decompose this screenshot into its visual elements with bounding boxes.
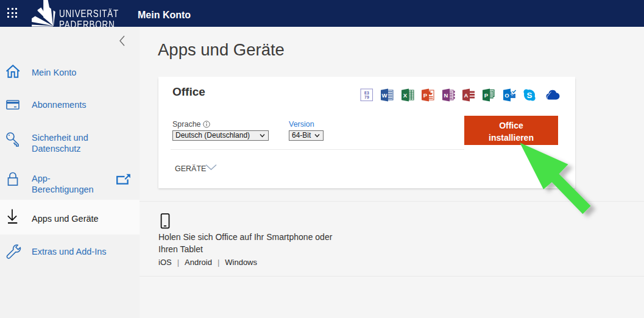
svg-text:W: W bbox=[382, 92, 387, 99]
svg-text:A: A bbox=[464, 92, 469, 99]
svg-text:P: P bbox=[484, 92, 489, 99]
svg-text:P: P bbox=[423, 92, 428, 99]
svg-text:O: O bbox=[504, 92, 509, 99]
svg-text:S: S bbox=[527, 91, 533, 100]
svg-text:E3: E3 bbox=[364, 91, 369, 96]
svg-text:79: 79 bbox=[364, 96, 369, 100]
svg-text:N: N bbox=[444, 92, 448, 99]
svg-text:X: X bbox=[403, 92, 408, 99]
